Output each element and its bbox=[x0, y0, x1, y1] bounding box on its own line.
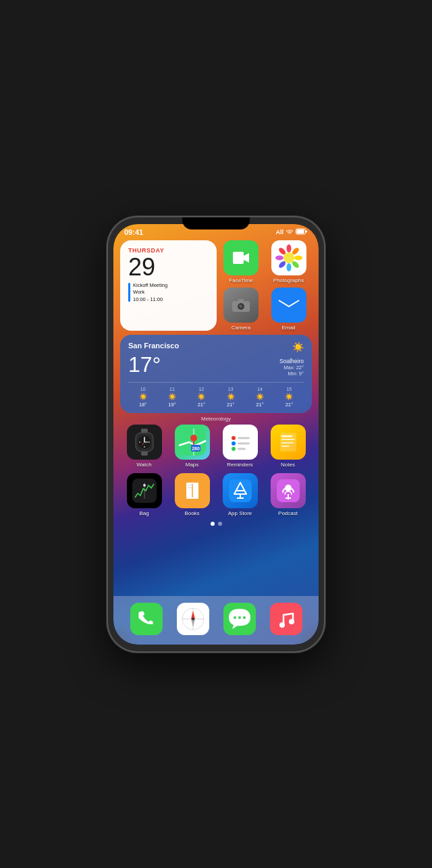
forecast-temp-1: 19° bbox=[157, 402, 186, 408]
home-content: THURSDAY 29 Kickoff Meeting Work 10:00 -… bbox=[113, 238, 319, 526]
app-photos[interactable]: Photographs bbox=[269, 240, 309, 283]
weather-min: Min: 9° bbox=[279, 371, 304, 377]
app-maps[interactable]: 280 Maps bbox=[172, 425, 213, 468]
svg-point-32 bbox=[190, 435, 197, 441]
forecast-icon-1: ☀️ bbox=[157, 393, 186, 400]
books-label: Books bbox=[184, 510, 199, 516]
maps-label: Maps bbox=[186, 462, 199, 468]
svg-point-3 bbox=[284, 252, 294, 263]
dock-phone[interactable] bbox=[130, 603, 163, 635]
svg-rect-35 bbox=[228, 430, 252, 454]
appstore-label: App Store bbox=[228, 510, 252, 516]
podcasts-label: Podcast bbox=[278, 510, 298, 516]
page-dot-1 bbox=[218, 522, 222, 526]
svg-point-6 bbox=[294, 255, 302, 260]
calendar-date: 29 bbox=[128, 255, 209, 279]
svg-rect-18 bbox=[279, 298, 299, 312]
weather-middle: 17° Soalheiro Max: 22° Min: 9° bbox=[128, 352, 304, 377]
svg-point-67 bbox=[192, 618, 194, 620]
app-mail[interactable]: Email bbox=[269, 288, 309, 331]
phone-screen: 09:41 All bbox=[113, 224, 319, 645]
page-dot-0 bbox=[211, 522, 215, 526]
weather-max: Max: 22° bbox=[279, 364, 304, 371]
svg-rect-39 bbox=[238, 437, 250, 439]
dock-safari[interactable] bbox=[177, 603, 209, 635]
music-icon bbox=[270, 603, 302, 635]
app-camera[interactable]: Camera bbox=[221, 288, 261, 331]
dock-music[interactable] bbox=[270, 603, 302, 635]
svg-point-10 bbox=[275, 255, 284, 260]
svg-rect-20 bbox=[141, 452, 148, 456]
notes-label: Notes bbox=[281, 462, 295, 468]
facetime-icon bbox=[223, 240, 259, 275]
app-watch[interactable]: Watch bbox=[124, 425, 165, 468]
svg-point-71 bbox=[279, 622, 285, 628]
phone-icon bbox=[130, 603, 163, 635]
status-time: 09:41 bbox=[124, 228, 143, 236]
weather-temp: 17° bbox=[128, 354, 161, 375]
app-facetime[interactable]: FaceTime bbox=[221, 240, 261, 283]
forecast-5: 15 ☀️ 21° bbox=[275, 387, 304, 408]
reminders-icon bbox=[223, 425, 258, 460]
app-notes[interactable]: Notes bbox=[268, 425, 308, 468]
books-icon bbox=[175, 473, 210, 508]
svg-point-4 bbox=[286, 244, 291, 252]
app-row-1: Watch bbox=[120, 425, 312, 468]
calendar-event: Kickoff Meeting Work 10:00 - 11:00 bbox=[128, 282, 209, 304]
svg-rect-2 bbox=[297, 229, 304, 234]
svg-point-38 bbox=[232, 447, 236, 451]
forecast-icon-4: ☀️ bbox=[245, 393, 274, 400]
forecast-icon-2: ☀️ bbox=[187, 393, 216, 400]
forecast-3: 13 ☀️ 21° bbox=[216, 387, 245, 408]
maps-icon: 280 bbox=[175, 425, 210, 460]
app-podcasts[interactable]: Podcast bbox=[268, 473, 308, 516]
forecast-temp-4: 21° bbox=[245, 402, 274, 408]
weather-header: San Francisco ☀️ bbox=[128, 342, 304, 352]
weather-forecast: 10 ☀️ 18° 11 ☀️ 19° 12 ☀️ 21° bbox=[128, 382, 304, 408]
mail-label: Email bbox=[281, 325, 295, 331]
svg-point-49 bbox=[143, 484, 146, 487]
forecast-hour-1: 11 bbox=[157, 387, 186, 391]
app-row-2: Bag bbox=[120, 473, 312, 516]
forecast-icon-3: ☀️ bbox=[216, 393, 245, 400]
forecast-icon-0: ☀️ bbox=[128, 393, 157, 400]
app-reminders[interactable]: Reminders bbox=[220, 425, 261, 468]
forecast-temp-5: 21° bbox=[275, 402, 304, 408]
app-stocks[interactable]: Bag bbox=[124, 473, 165, 516]
forecast-0: 10 ☀️ 18° bbox=[128, 387, 157, 408]
podcasts-icon bbox=[271, 473, 306, 508]
watch-icon bbox=[127, 425, 162, 460]
photos-label: Photographs bbox=[273, 277, 304, 283]
app-grid-top-right: FaceTime bbox=[221, 240, 312, 331]
phone-shell: 09:41 All bbox=[108, 217, 324, 651]
forecast-hour-3: 13 bbox=[216, 387, 245, 391]
svg-rect-45 bbox=[281, 442, 294, 443]
meteo-label: Meteorology bbox=[120, 416, 312, 422]
weather-widget[interactable]: San Francisco ☀️ 17° Soalheiro Max: 22° … bbox=[120, 335, 312, 413]
svg-text:280: 280 bbox=[192, 446, 200, 451]
weather-sun-icon: ☀️ bbox=[292, 342, 304, 352]
wifi-icon bbox=[286, 228, 294, 236]
status-icons: All bbox=[275, 228, 308, 236]
forecast-temp-2: 21° bbox=[187, 402, 216, 408]
calendar-event-bar bbox=[128, 283, 130, 302]
svg-rect-19 bbox=[141, 429, 148, 433]
app-books[interactable]: Books bbox=[172, 473, 213, 516]
forecast-1: 11 ☀️ 19° bbox=[157, 387, 186, 408]
app-appstore[interactable]: App Store bbox=[220, 473, 261, 516]
svg-point-70 bbox=[243, 616, 246, 619]
stocks-label: Bag bbox=[139, 510, 148, 516]
notes-icon bbox=[271, 425, 306, 460]
weather-city: San Francisco bbox=[128, 342, 179, 350]
event-sub: Work bbox=[133, 289, 167, 296]
forecast-hour-0: 10 bbox=[128, 387, 157, 391]
svg-point-72 bbox=[289, 619, 294, 624]
dock-messages[interactable] bbox=[223, 603, 256, 635]
svg-point-68 bbox=[234, 616, 236, 619]
svg-point-36 bbox=[232, 436, 236, 440]
calendar-widget[interactable]: THURSDAY 29 Kickoff Meeting Work 10:00 -… bbox=[120, 240, 217, 331]
safari-icon bbox=[177, 603, 209, 635]
calendar-day: THURSDAY bbox=[128, 247, 209, 254]
forecast-icon-5: ☀️ bbox=[275, 393, 304, 400]
dock bbox=[113, 596, 319, 645]
